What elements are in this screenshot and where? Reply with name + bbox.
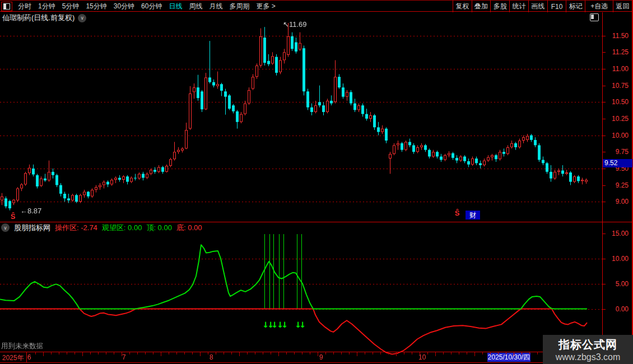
toolbar-button-7[interactable]: +自选 [585,1,613,12]
timeline-tick [35,352,36,354]
timeline-tick [294,352,295,354]
toolbar-button-8[interactable]: 返回 [613,1,632,12]
timeline-tick [427,352,428,354]
low-annotation: ←8.87 [20,207,41,215]
timeline-tick [278,352,279,356]
axis-tick-mark [603,234,606,234]
timeline-separator [26,352,27,362]
future-data-note: 用到未来数据 [1,342,43,351]
timeline-tick [255,352,255,354]
timeline-tick [208,352,208,354]
timeline-tick [184,352,185,354]
timeline-tick [474,352,475,356]
timeline-tick [365,352,365,354]
axis-tick-mark [603,185,606,186]
timeline-tick [200,352,201,356]
toolbar-button-6[interactable]: 标记 [566,1,585,12]
tab-period-8[interactable]: 月线 [206,2,226,11]
cai-badge[interactable]: 财 [466,211,480,220]
timeline-axis[interactable]: 2025年 2025/10/30/四 678910 [0,352,633,362]
main-price-canvas[interactable] [0,12,603,222]
timeline-tick [459,352,459,354]
timeline-tick [153,352,153,354]
timeline-tick [388,352,389,354]
toolbar-button-4[interactable]: 画线 [528,1,547,12]
timeline-tick [443,352,444,354]
tab-period-2[interactable]: 5分钟 [59,2,83,11]
axis-tick-mark [603,284,606,284]
indicator-canvas[interactable] [0,234,603,362]
toolbar-button-5[interactable]: F10 [547,1,566,12]
toolbar-button-2[interactable]: 多股 [490,1,509,12]
price-tick-10.50: 10.50 [603,98,629,106]
tab-period-10[interactable]: 更多 > [253,2,278,11]
timeline-tick [420,352,420,354]
trading-app-window: 分时1分钟5分钟15分钟30分钟60分钟日线周线月线多周期更多 > 复权叠加多股… [0,0,633,364]
indicator-tick-5.00: 5.00 [603,280,629,288]
timeline-tick [357,352,357,356]
tab-period-7[interactable]: 周线 [185,2,206,11]
indicator-tick-15.00: 15.00 [603,230,629,237]
timeline-tick [412,352,412,354]
timeline-bottom-line [0,362,633,363]
signal-s-marker: Ŝ [11,212,16,221]
chevron-down-icon[interactable]: ∨ [1,223,10,232]
timeline-month-10: 10 [418,353,426,361]
tab-period-9[interactable]: 多周期 [226,2,253,11]
indicator-header: ∨ 股朋指标网 操作区: -2.74观望区: 0.00顶: 0.00底: 0.0… [0,222,633,233]
indicator-field-2: 顶: 0.00 [146,223,172,233]
timeline-tick [98,352,99,354]
indicator-field-0: 操作区: -2.74 [55,223,97,233]
timeline-tick [498,352,499,354]
timeline-tick [161,352,161,356]
axis-tick-mark [603,102,606,102]
timeline-tick [435,352,436,356]
price-tick-11.50: 11.50 [603,32,629,40]
timeline-tick [380,352,381,354]
timeline-tick [239,352,240,356]
timeline-tick [506,352,506,354]
timeline-tick [231,352,232,354]
timeline-tick [318,352,318,356]
timeline-tick [169,352,169,354]
axis-tick-mark [603,36,606,36]
timeline-tick [75,352,75,354]
axis-tick-mark [603,136,606,136]
timeline-tick [529,352,530,354]
watermark: 指标公式网 www.zbgs3.com [543,335,633,364]
axis-tick-mark [603,259,606,259]
axis-tick-mark [603,202,606,202]
tab-period-5[interactable]: 60分钟 [138,2,165,11]
tab-period-6[interactable]: 日线 [165,2,185,11]
layout-split-icon[interactable] [1,2,12,11]
timeline-month-9: 9 [319,353,323,361]
timeline-tick [90,352,91,354]
price-tick-9.00: 9.00 [603,198,629,206]
timeline-tick [514,352,514,356]
tab-period-0[interactable]: 分时 [15,2,35,11]
price-tick-9.25: 9.25 [603,181,629,189]
toolbar-button-1[interactable]: 叠加 [472,1,491,12]
toolbar-button-3[interactable]: 统计 [509,1,528,12]
timeline-tick [271,352,271,354]
timeline-tick [349,352,350,354]
toolbar-actions: 复权叠加多股统计画线F10标记+自选返回 [453,1,632,12]
tab-period-3[interactable]: 15分钟 [82,2,110,11]
timeline-tick [137,352,138,354]
tab-period-4[interactable]: 30分钟 [110,2,138,11]
timeline-tick [114,352,114,354]
tab-period-1[interactable]: 1分钟 [35,2,59,11]
timeline-tick [176,352,177,354]
timeline-tick [522,352,522,354]
timeline-month-8: 8 [210,353,213,361]
toolbar-button-0[interactable]: 复权 [453,1,472,12]
timeline-tick [43,352,44,356]
current-date-label: 2025/10/30/四 [487,353,530,362]
current-price-label: 9.52 [603,159,632,167]
timeline-tick [451,352,452,354]
axis-tick-mark [603,152,606,152]
axis-tick-mark [603,52,606,53]
timeline-month-6: 6 [27,353,31,361]
timeline-tick [122,352,122,356]
timeline-month-7: 7 [122,353,126,361]
